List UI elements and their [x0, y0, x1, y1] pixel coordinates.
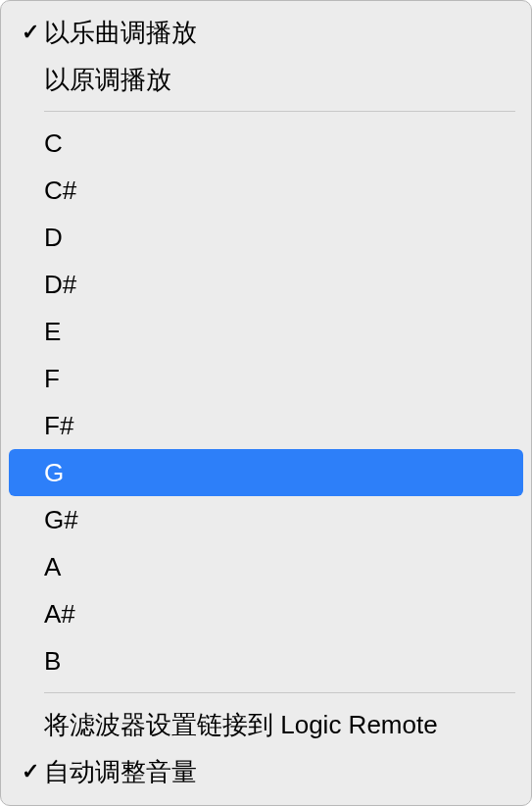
menu-item-label: A	[44, 552, 515, 582]
menu-item-key-g-sharp[interactable]: G#	[1, 496, 531, 543]
menu-item-label: F	[44, 364, 515, 394]
menu-item-label: A#	[44, 599, 515, 630]
menu-item-key-a-sharp[interactable]: A#	[1, 590, 531, 637]
menu-item-key-a[interactable]: A	[1, 543, 531, 590]
menu-item-label: C	[44, 128, 515, 159]
menu-item-key-b[interactable]: B	[1, 637, 531, 684]
menu-item-label: G#	[44, 505, 515, 535]
menu-item-key-c-sharp[interactable]: C#	[1, 167, 531, 214]
menu-item-auto-adjust-volume[interactable]: ✓ 自动调整音量	[1, 748, 531, 795]
checkmark-icon: ✓	[17, 759, 44, 784]
menu-item-label: B	[44, 646, 515, 677]
menu-item-label: 自动调整音量	[44, 755, 515, 789]
menu-item-label: F#	[44, 411, 515, 441]
menu-separator	[44, 111, 515, 112]
menu-item-key-d-sharp[interactable]: D#	[1, 261, 531, 308]
menu-item-label: 以原调播放	[44, 63, 515, 97]
menu-item-key-d[interactable]: D	[1, 214, 531, 261]
context-menu: ✓ 以乐曲调播放 以原调播放 C C# D D# E F F# G G#	[0, 0, 532, 806]
menu-item-key-f[interactable]: F	[1, 355, 531, 402]
menu-item-key-e[interactable]: E	[1, 308, 531, 355]
menu-item-label: E	[44, 317, 515, 347]
menu-item-label: C#	[44, 176, 515, 206]
menu-item-key-f-sharp[interactable]: F#	[1, 402, 531, 449]
menu-item-key-c[interactable]: C	[1, 120, 531, 167]
menu-item-label: D	[44, 223, 515, 253]
menu-item-label: 将滤波器设置链接到 Logic Remote	[44, 708, 515, 742]
menu-item-key-g[interactable]: G	[9, 449, 523, 496]
menu-item-play-song-key[interactable]: ✓ 以乐曲调播放	[1, 9, 531, 56]
menu-item-link-filter-logic-remote[interactable]: 将滤波器设置链接到 Logic Remote	[1, 701, 531, 748]
menu-item-label: 以乐曲调播放	[44, 16, 515, 50]
menu-item-label: G	[44, 458, 515, 488]
checkmark-icon: ✓	[17, 20, 44, 45]
menu-separator	[44, 692, 515, 693]
menu-item-play-original-key[interactable]: 以原调播放	[1, 56, 531, 103]
menu-item-label: D#	[44, 270, 515, 300]
